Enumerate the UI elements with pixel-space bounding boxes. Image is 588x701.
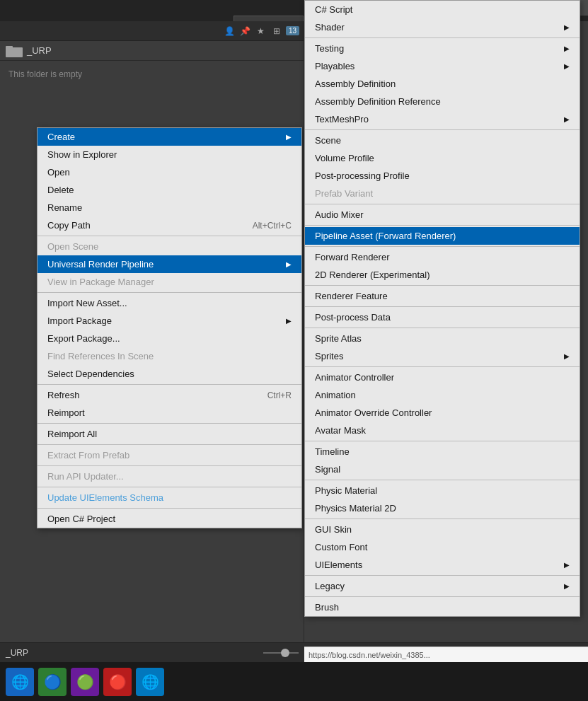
star-icon[interactable]: ★ [255,25,267,37]
badge-count: 13 [286,26,299,35]
menu-item-right-audio-mixer[interactable]: Audio Mixer [305,206,580,224]
menu-item-reimport[interactable]: Reimport [38,404,301,422]
menu-item-right-renderer-feature[interactable]: Renderer Feature [305,287,580,305]
menu-item-right-physics-material-2d[interactable]: Physics Material 2D [305,499,580,517]
menu-item-refresh[interactable]: Refresh Ctrl+R [38,386,301,404]
separator-6 [38,465,301,466]
slider-thumb [281,649,289,657]
separator-7 [38,487,301,487]
menu-item-right-gui-skin[interactable]: GUI Skin [305,521,580,538]
menu-item-import-package[interactable]: Import Package ▶ [38,312,301,330]
url-bar: https://blog.csdn.net/weixin_4385... [304,647,588,662]
folder-name: _URP [27,45,52,56]
svg-rect-0 [6,47,23,57]
taskbar-icon-3[interactable]: 🟢 [71,668,99,696]
menu-item-show-explorer[interactable]: Show in Explorer [38,146,301,163]
right-sep-6 [305,285,580,286]
menu-item-create[interactable]: Create ▶ [38,128,301,146]
menu-item-right-forward-renderer[interactable]: Forward Renderer [305,248,580,266]
menu-item-urp[interactable]: Universal Render Pipeline ▶ [38,255,301,273]
menu-item-right-legacy[interactable]: Legacy ▶ [305,577,580,595]
slider-track [263,652,299,654]
menu-item-right-post-process-data[interactable]: Post-process Data [305,308,580,326]
menu-item-extract-prefab: Extract From Prefab [38,446,301,464]
menu-item-reimport-all[interactable]: Reimport All [38,425,301,443]
menu-item-right-shader[interactable]: Shader ▶ [305,18,580,36]
right-sep-13 [305,575,580,576]
right-sep-8 [305,328,580,328]
menu-item-right-post-processing[interactable]: Post-processing Profile [305,167,580,185]
menu-item-right-sprite-atlas[interactable]: Sprite Atlas [305,330,580,347]
zoom-slider[interactable] [263,652,299,654]
menu-item-right-csharp[interactable]: C# Script [305,1,580,18]
file-panel-toolbar: 👤 📌 ★ ⊞ 13 [0,21,304,41]
taskbar-icon-browser[interactable]: 🌐 [6,668,34,696]
menu-item-copy-path[interactable]: Copy Path Alt+Ctrl+C [38,216,301,234]
context-menu-right: C# Script Shader ▶ Testing ▶ Playables ▶… [304,0,580,617]
menu-item-right-physic-material[interactable]: Physic Material [305,482,580,499]
menu-item-export-package[interactable]: Export Package... [38,330,301,347]
menu-item-right-testing[interactable]: Testing ▶ [305,40,580,57]
right-sep-14 [305,596,580,597]
right-sep-7 [305,306,580,307]
separator-3 [38,384,301,385]
right-sep-2 [305,129,580,130]
menu-item-right-prefab-variant: Prefab Variant [305,185,580,202]
menu-item-right-custom-font[interactable]: Custom Font [305,538,580,556]
right-sep-4 [305,225,580,226]
context-menu-main: Create ▶ Show in Explorer Open Delete Re… [37,127,302,528]
menu-item-open-csharp[interactable]: Open C# Project [38,510,301,528]
separator-2 [38,292,301,293]
menu-item-right-brush[interactable]: Brush [305,598,580,616]
menu-item-select-dependencies[interactable]: Select Dependencies [38,365,301,383]
menu-item-right-timeline[interactable]: Timeline [305,443,580,460]
menu-item-right-playables[interactable]: Playables ▶ [305,57,580,75]
right-sep-12 [305,518,580,519]
menu-item-right-volume-profile[interactable]: Volume Profile [305,149,580,167]
separator-4 [38,423,301,424]
menu-item-open-scene: Open Scene [38,238,301,255]
menu-item-right-assembly-def-ref[interactable]: Assembly Definition Reference [305,93,580,110]
menu-item-import-new-asset[interactable]: Import New Asset... [38,294,301,312]
menu-item-update-uielements[interactable]: Update UIElements Schema [38,489,301,506]
menu-item-run-api-updater: Run API Updater... [38,468,301,485]
menu-item-view-package-manager: View in Package Manager [38,273,301,291]
menu-item-rename[interactable]: Rename [38,199,301,216]
bottom-bar-left: _URP [0,642,304,662]
menu-item-right-scene[interactable]: Scene [305,132,580,149]
person-icon[interactable]: 👤 [224,25,236,37]
file-panel-content: This folder is empty [0,61,304,88]
menu-item-delete[interactable]: Delete [38,181,301,199]
separator-5 [38,444,301,445]
separator-8 [38,508,301,509]
taskbar-icon-5[interactable]: 🌐 [136,668,164,696]
menu-item-right-2d-renderer[interactable]: 2D Renderer (Experimental) [305,266,580,284]
layers-icon[interactable]: ⊞ [270,25,283,37]
menu-item-right-textmeshpro[interactable]: TextMeshPro ▶ [305,110,580,128]
menu-item-open[interactable]: Open [38,163,301,181]
right-sep-9 [305,366,580,367]
taskbar-icon-2[interactable]: 🔵 [38,668,67,696]
menu-item-find-references: Find References In Scene [38,347,301,365]
folder-icon [6,44,23,58]
menu-item-right-pipeline-asset[interactable]: Pipeline Asset (Forward Renderer) [305,227,580,245]
right-sep-3 [305,204,580,204]
menu-item-right-sprites[interactable]: Sprites ▶ [305,347,580,365]
separator-1 [38,236,301,236]
bottom-folder-label: _URP [6,648,28,658]
pin-icon[interactable]: 📌 [239,25,252,37]
taskbar-icon-4[interactable]: 🔴 [103,668,132,696]
right-sep-1 [305,37,580,38]
menu-item-right-animator-override[interactable]: Animator Override Controller [305,404,580,422]
menu-item-right-animation[interactable]: Animation [305,386,580,404]
right-sep-10 [305,441,580,441]
url-text: https://blog.csdn.net/weixin_4385... [309,651,430,659]
menu-item-right-avatar-mask[interactable]: Avatar Mask [305,422,580,439]
menu-item-right-assembly-def[interactable]: Assembly Definition [305,75,580,93]
menu-item-right-animator-controller[interactable]: Animator Controller [305,369,580,386]
menu-item-right-uielements[interactable]: UIElements ▶ [305,556,580,574]
menu-item-right-signal[interactable]: Signal [305,460,580,478]
right-sep-5 [305,246,580,247]
taskbar: 🌐 🔵 🟢 🔴 🌐 [0,662,588,701]
right-sep-11 [305,480,580,480]
